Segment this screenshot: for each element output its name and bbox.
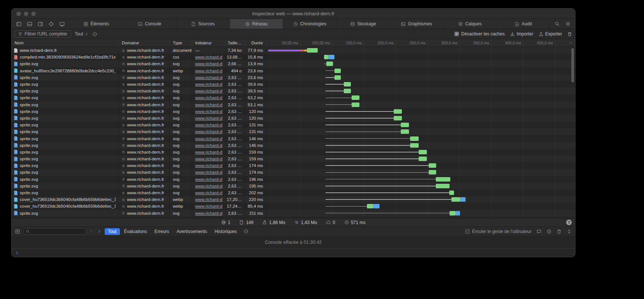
filter-options-icon[interactable] bbox=[92, 32, 97, 37]
tab-audit[interactable]: Audit bbox=[497, 19, 550, 29]
initiator-link[interactable]: www.richard-d… bbox=[195, 157, 222, 161]
initiator-link[interactable]: www.richard-d… bbox=[195, 116, 222, 120]
panel-bottom-icon[interactable] bbox=[27, 21, 32, 27]
preserve-log-icon[interactable] bbox=[546, 229, 552, 234]
expand-console-icon[interactable] bbox=[567, 229, 572, 234]
device-icon[interactable] bbox=[59, 21, 65, 27]
emulate-gesture-checkbox[interactable] bbox=[465, 229, 470, 234]
table-row[interactable]: avatar_hu85ecc3e298728880b0bde2dcc4e5c23… bbox=[12, 67, 575, 74]
table-row[interactable]: sprite.svgwww.richard-dern.frsvgwww.rich… bbox=[12, 81, 575, 88]
initiator-link[interactable]: www.richard-d… bbox=[195, 95, 222, 100]
clear-console-icon[interactable] bbox=[556, 229, 562, 234]
initiator-link[interactable]: www.richard-d… bbox=[195, 129, 222, 134]
tab-sources[interactable]: Sources bbox=[176, 19, 229, 29]
table-row[interactable]: cover_hu736519dc3b5040cfa48b6b559b6de6ec… bbox=[12, 203, 575, 210]
initiator-link[interactable]: www.richard-d… bbox=[195, 211, 222, 215]
console-filter-options-icon[interactable] bbox=[244, 229, 248, 234]
initiator-link[interactable]: www.richard-d… bbox=[195, 55, 222, 59]
table-row[interactable]: sprite.svgwww.richard-dern.frsvgwww.rich… bbox=[12, 101, 575, 108]
zoom-window-button[interactable] bbox=[31, 12, 36, 16]
initiator-link[interactable]: www.richard-d… bbox=[195, 204, 222, 208]
table-row[interactable]: sprite.svgwww.richard-dern.frsvgwww.rich… bbox=[12, 88, 575, 94]
initiator-link[interactable]: www.richard-d… bbox=[195, 184, 222, 188]
tab-graphismes[interactable]: Graphismes bbox=[390, 19, 443, 29]
console-tab-historiques[interactable]: Historiques bbox=[211, 228, 240, 235]
console-search-input[interactable] bbox=[23, 228, 86, 235]
table-row[interactable]: sprite.svgwww.richard-dern.frsvgwww.rich… bbox=[12, 149, 575, 155]
disable-caches-checkbox[interactable] bbox=[454, 32, 459, 36]
close-window-button[interactable] bbox=[16, 12, 21, 16]
table-row[interactable]: sprite.svgwww.richard-dern.frsvgwww.rich… bbox=[12, 135, 575, 142]
tab-stockage[interactable]: Stockage bbox=[336, 19, 390, 29]
console-tab-avertissements[interactable]: Avertissements bbox=[173, 228, 210, 235]
table-row[interactable]: sprite.svgwww.richard-dern.frsvgwww.rich… bbox=[12, 108, 575, 115]
console-drawer-icon[interactable] bbox=[536, 229, 542, 234]
column-header-initiator[interactable]: Initiateur bbox=[192, 39, 226, 47]
export-button[interactable]: Exporter bbox=[539, 31, 562, 37]
initiator-link[interactable]: www.richard-d… bbox=[195, 62, 222, 66]
console-tab-tout[interactable]: Tout bbox=[105, 228, 120, 235]
table-row[interactable]: sprite.svgwww.richard-dern.frsvgwww.rich… bbox=[12, 169, 575, 176]
collapse-waterfall-icon[interactable] bbox=[569, 41, 573, 45]
url-filter-field[interactable]: Filtrer l'URL complète bbox=[15, 30, 71, 38]
previous-result-icon[interactable] bbox=[89, 229, 93, 233]
table-row[interactable]: sprite.svgwww.richard-dern.frsvgwww.rich… bbox=[12, 74, 575, 81]
initiator-link[interactable]: www.richard-d… bbox=[195, 89, 222, 93]
panel-right-icon[interactable] bbox=[38, 21, 43, 27]
column-header-size[interactable]: Taille… bbox=[226, 39, 245, 47]
next-result-icon[interactable] bbox=[97, 229, 101, 233]
import-button[interactable]: Importer bbox=[510, 31, 533, 37]
clear-network-items-icon[interactable] bbox=[567, 32, 572, 37]
column-header-type[interactable]: Type bbox=[170, 39, 192, 47]
initiator-link[interactable]: www.richard-d… bbox=[195, 69, 222, 73]
table-row[interactable]: cover_hu736519dc3b5040cfa48b6b559b6de6ec… bbox=[12, 196, 575, 203]
table-row[interactable]: sprite.svgwww.richard-dern.frsvgwww.rich… bbox=[12, 176, 575, 183]
initiator-link[interactable]: www.richard-d… bbox=[195, 177, 222, 182]
table-row[interactable]: sprite.svgwww.richard-dern.frsvgwww.rich… bbox=[12, 142, 575, 149]
initiator-link[interactable]: www.richard-d… bbox=[195, 103, 222, 107]
initiator-link[interactable]: www.richard-d… bbox=[195, 109, 222, 114]
initiator-link[interactable]: www.richard-d… bbox=[195, 123, 222, 127]
initiator-link[interactable]: www.richard-d… bbox=[195, 136, 222, 141]
initiator-link[interactable]: www.richard-d… bbox=[195, 75, 222, 80]
gear-icon[interactable] bbox=[565, 21, 571, 26]
initiator-link[interactable]: www.richard-d… bbox=[195, 191, 222, 195]
console-scope-icon[interactable] bbox=[15, 229, 20, 234]
initiator-link[interactable]: www.richard-d… bbox=[195, 82, 222, 86]
table-row[interactable]: sprite.svgwww.richard-dern.frsvgwww.rich… bbox=[12, 162, 575, 169]
table-row[interactable]: sprite.svgwww.richard-dern.frsvgwww.rich… bbox=[12, 94, 575, 101]
table-row[interactable]: sprite.svgwww.richard-dern.frsvgwww.rich… bbox=[12, 155, 575, 162]
initiator-link[interactable]: www.richard-d… bbox=[195, 143, 222, 148]
column-header-domain[interactable]: Domaine bbox=[119, 39, 170, 47]
tab-elements[interactable]: Éléments bbox=[69, 19, 123, 29]
panel-left-icon[interactable] bbox=[16, 21, 22, 27]
table-row[interactable]: www.richard-dern.frwww.richard-dern.frdo… bbox=[12, 47, 575, 54]
table-row[interactable]: sprite.svgwww.richard-dern.frsvgwww.rich… bbox=[12, 115, 575, 122]
initiator-link[interactable]: www.richard-d… bbox=[195, 170, 222, 174]
table-row[interactable]: sprite.svgwww.richard-dern.frsvgwww.rich… bbox=[12, 183, 575, 189]
table-row[interactable]: sprite.svgwww.richard-dern.frsvgwww.rich… bbox=[12, 122, 575, 128]
tab-calques[interactable]: Calques bbox=[443, 19, 496, 29]
table-row[interactable]: compiled.min.38390909f303624ed9e1cf1bd3f… bbox=[12, 54, 575, 60]
table-row[interactable]: sprite.svgwww.richard-dern.frsvgwww.rich… bbox=[12, 189, 575, 196]
help-button[interactable]: ? bbox=[566, 220, 572, 225]
tab-console[interactable]: Console bbox=[123, 19, 176, 29]
tab-reseau[interactable]: Réseau bbox=[229, 19, 283, 29]
search-icon[interactable] bbox=[555, 21, 560, 26]
console-tab-erreurs[interactable]: Erreurs bbox=[151, 228, 172, 235]
initiator-link[interactable]: www.richard-d… bbox=[195, 163, 222, 168]
vertical-scrollbar[interactable] bbox=[571, 48, 574, 82]
table-row[interactable]: sprite.svgwww.richard-dern.frsvgwww.rich… bbox=[12, 60, 575, 67]
initiator-link[interactable]: www.richard-d… bbox=[195, 150, 222, 154]
target-icon[interactable] bbox=[48, 21, 54, 27]
tab-chronologies[interactable]: Chronologies bbox=[283, 19, 336, 29]
table-row[interactable]: sprite.svgwww.richard-dern.frsvgwww.rich… bbox=[12, 210, 575, 217]
column-header-duration[interactable]: Durée bbox=[245, 39, 266, 47]
resource-type-select[interactable]: Tout bbox=[75, 31, 89, 37]
initiator-link[interactable]: www.richard-d… bbox=[195, 197, 222, 202]
console-tab-evaluations[interactable]: Évaluations bbox=[121, 228, 150, 235]
table-row[interactable]: sprite.svgwww.richard-dern.frsvgwww.rich… bbox=[12, 128, 575, 135]
minimize-window-button[interactable] bbox=[24, 12, 28, 16]
column-header-name[interactable]: Nom bbox=[12, 39, 119, 47]
console-prompt[interactable] bbox=[12, 248, 575, 257]
